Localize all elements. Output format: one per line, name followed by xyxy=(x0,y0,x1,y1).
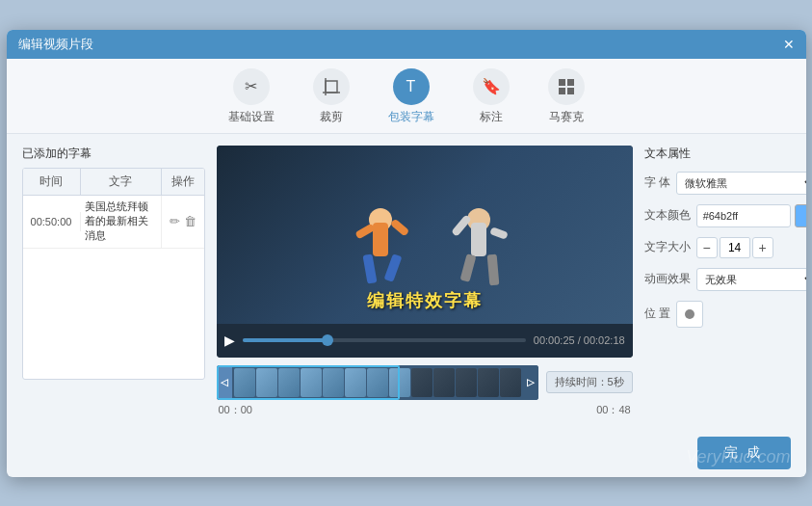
complete-button[interactable]: 完 成 xyxy=(697,437,791,469)
svg-rect-6 xyxy=(567,88,574,94)
size-label: 文字大小 xyxy=(644,239,691,255)
timeline-area: ◁ xyxy=(217,365,633,400)
mosaic-icon xyxy=(548,68,585,105)
frame-2 xyxy=(256,368,277,397)
timeline-frames xyxy=(232,365,523,400)
current-time: 00:00:25 xyxy=(534,334,575,346)
font-select[interactable]: 微软雅黑 xyxy=(676,172,806,195)
anim-select[interactable]: 无效果 xyxy=(696,268,806,291)
video-player: 编辑特效字幕 ▶ 00:00:25 / 00:02:18 xyxy=(217,146,633,358)
font-label: 字 体 xyxy=(644,174,670,191)
dancer-arm-left xyxy=(354,223,375,239)
bookmark-icon: 🔖 xyxy=(473,68,510,105)
tool-mosaic-label: 马赛克 xyxy=(549,109,584,125)
svg-rect-3 xyxy=(559,79,565,86)
anim-value-group: 无效果 xyxy=(696,268,806,291)
frame-13 xyxy=(500,368,521,397)
pos-label: 位 置 xyxy=(644,306,670,322)
row-ops: ✏ 🗑 xyxy=(162,210,204,232)
video-subtitle: 编辑特效字幕 xyxy=(217,289,633,312)
video-area: 编辑特效字幕 ▶ 00:00:25 / 00:02:18 xyxy=(217,146,633,417)
prop-pos: 位 置 xyxy=(644,301,806,328)
dancer-leg-right xyxy=(383,253,402,282)
timeline-time-row: 00：00 00：48 xyxy=(217,403,633,417)
frame-5 xyxy=(323,368,344,397)
dancer2-leg-left xyxy=(459,253,476,282)
prop-size: 文字大小 − + xyxy=(644,237,806,258)
frame-10 xyxy=(433,368,455,397)
total-time: 00:02:18 xyxy=(584,334,625,346)
timeline-start: 00：00 xyxy=(219,403,252,417)
table-header: 时间 文字 操作 xyxy=(23,169,204,196)
frame-11 xyxy=(456,368,477,397)
dancer-arm-right xyxy=(389,218,408,236)
frame-12 xyxy=(478,368,499,397)
toolbar: ✂ 基础设置 裁剪 T 包装字幕 🔖 标注 xyxy=(7,59,806,134)
frame-1 xyxy=(234,368,255,397)
footer: VeryHuo.com 完 成 xyxy=(7,429,806,477)
close-button[interactable]: ✕ xyxy=(783,38,795,51)
col-op: 操作 xyxy=(162,169,204,195)
titlebar: 编辑视频片段 ✕ xyxy=(7,30,806,59)
edit-icon[interactable]: ✏ xyxy=(170,214,180,228)
col-time: 时间 xyxy=(23,169,81,195)
video-content: 编辑特效字幕 xyxy=(217,146,633,324)
text-props-panel: 文本属性 字 体 微软雅黑 文本颜色 #64b2ff xyxy=(644,146,806,417)
size-input[interactable] xyxy=(720,237,750,258)
frame-4 xyxy=(301,368,322,397)
window-title: 编辑视频片段 xyxy=(18,36,93,53)
color-text-input[interactable]: #64b2ff xyxy=(696,204,791,227)
size-increase-button[interactable]: + xyxy=(752,237,773,258)
timeline-bracket-left: ◁ xyxy=(217,365,232,400)
tool-subtitle[interactable]: T 包装字幕 xyxy=(388,68,434,125)
col-text: 文字 xyxy=(81,169,162,195)
row-text: 美国总统拜顿着的最新相关消息 xyxy=(81,196,162,248)
text-icon: T xyxy=(393,68,430,105)
subtitle-table: 时间 文字 操作 00:50:00 美国总统拜顿着的最新相关消息 ✏ 🗑 xyxy=(22,168,205,380)
row-time: 00:50:00 xyxy=(23,212,81,231)
time-display: 00:00:25 / 00:02:18 xyxy=(534,334,625,346)
tool-crop-label: 裁剪 xyxy=(320,109,343,125)
dancer2-body xyxy=(471,223,486,256)
scissors-icon: ✂ xyxy=(233,68,270,105)
timeline-bracket-right: ▷ xyxy=(523,365,538,400)
frame-3 xyxy=(278,368,300,397)
progress-handle[interactable] xyxy=(322,334,333,346)
tool-basic[interactable]: ✂ 基础设置 xyxy=(228,68,275,125)
dancer-body xyxy=(373,223,388,256)
font-value-group: 微软雅黑 xyxy=(676,172,806,195)
tool-mark[interactable]: 🔖 标注 xyxy=(473,68,510,125)
svg-rect-0 xyxy=(326,81,337,93)
main-window: 编辑视频片段 ✕ ✂ 基础设置 裁剪 T 包装字幕 🔖 标注 xyxy=(7,30,806,477)
play-button[interactable]: ▶ xyxy=(224,333,235,348)
color-value-group: #64b2ff xyxy=(696,204,806,227)
dancer2-leg-right xyxy=(486,253,499,285)
timeline-strip[interactable]: ◁ xyxy=(217,365,538,400)
frame-7 xyxy=(367,368,388,397)
pos-value-group xyxy=(676,301,806,328)
tool-mark-label: 标注 xyxy=(480,109,503,125)
subtitle-panel-title: 已添加的字幕 xyxy=(22,146,205,162)
prop-font: 字 体 微软雅黑 xyxy=(644,172,806,195)
tool-mosaic[interactable]: 马赛克 xyxy=(548,68,585,125)
duration-badge: 持续时间：5秒 xyxy=(546,371,633,393)
position-picker[interactable] xyxy=(676,301,703,328)
anim-label: 动画效果 xyxy=(644,271,691,287)
progress-bar[interactable] xyxy=(243,338,526,342)
tool-subtitle-label: 包装字幕 xyxy=(388,109,434,125)
position-dot xyxy=(685,309,694,319)
main-content: 已添加的字幕 时间 文字 操作 00:50:00 美国总统拜顿着的最新相关消息 … xyxy=(7,134,806,429)
subtitle-panel: 已添加的字幕 时间 文字 操作 00:50:00 美国总统拜顿着的最新相关消息 … xyxy=(22,146,205,417)
color-swatch[interactable] xyxy=(795,204,806,227)
size-decrease-button[interactable]: − xyxy=(696,237,718,258)
table-row: 00:50:00 美国总统拜顿着的最新相关消息 ✏ 🗑 xyxy=(23,196,204,249)
dancer-leg-left xyxy=(362,253,377,283)
tool-basic-label: 基础设置 xyxy=(228,109,275,125)
prop-anim: 动画效果 无效果 xyxy=(644,268,806,291)
frame-9 xyxy=(411,368,432,397)
crop-icon xyxy=(313,68,350,105)
tool-crop[interactable]: 裁剪 xyxy=(313,68,350,125)
svg-rect-5 xyxy=(559,88,565,94)
dancer2-arm-right xyxy=(489,226,509,240)
delete-icon[interactable]: 🗑 xyxy=(184,214,196,228)
